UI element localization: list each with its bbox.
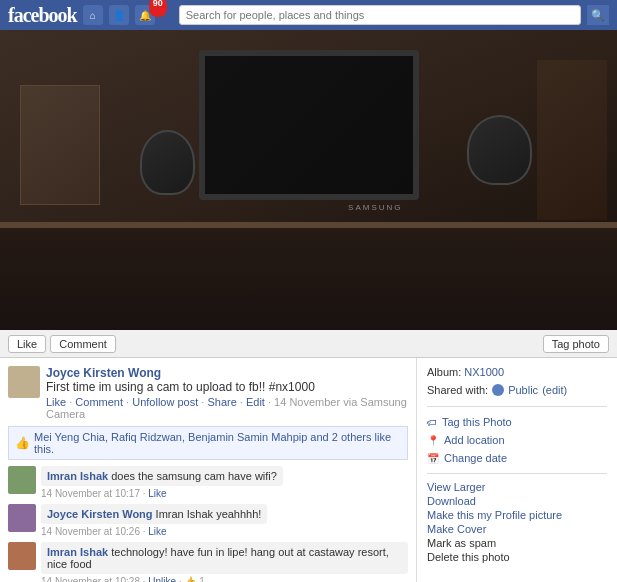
misc-left-items	[20, 85, 100, 205]
comment-avatar-2	[8, 504, 36, 532]
delete-photo-link[interactable]: Delete this photo	[427, 550, 607, 564]
notification-badge: 90	[149, 0, 167, 17]
comment-time-1: 14 November at 10:17	[41, 488, 140, 499]
shared-label: Shared with:	[427, 384, 488, 396]
likes-section: 👍 Mei Yeng Chia, Rafiq Ridzwan, Benjamin…	[8, 426, 408, 460]
tag-photo-link[interactable]: Tag this Photo	[442, 415, 512, 429]
calendar-icon: 📅	[427, 453, 439, 464]
post-author-info: Joyce Kirsten Wong First time im using a…	[46, 366, 408, 420]
comment-author-3[interactable]: Imran Ishak	[47, 546, 108, 558]
comment-like-2[interactable]: Like	[148, 526, 166, 537]
post-unfollow-link[interactable]: Unfollow post	[132, 396, 198, 408]
comment-body-3: Imran Ishak technology! have fun in lipe…	[41, 542, 408, 574]
speaker-right	[467, 115, 532, 185]
comment-meta-1: 14 November at 10:17 · Like	[41, 488, 283, 499]
comment-meta-3: 14 November at 10:28 · Unlike · 👍 1	[41, 576, 408, 582]
comment-avatar-3	[8, 542, 36, 570]
tag-icon: 🏷	[427, 417, 437, 428]
main-content: Joyce Kirsten Wong First time im using a…	[0, 358, 617, 582]
divider-2	[427, 473, 607, 474]
comment-content-1: Imran Ishak does the samsung cam have wi…	[41, 466, 283, 499]
tag-photo-action: 🏷 Tag this Photo	[427, 413, 607, 431]
comment-author-2[interactable]: Joyce Kirsten Wong	[47, 508, 153, 520]
shared-with: Shared with: Public (edit)	[427, 384, 607, 396]
comment-item-3: Imran Ishak technology! have fun in lipe…	[8, 542, 408, 582]
misc-right-items	[537, 60, 607, 220]
shelf-bottom	[0, 225, 617, 330]
album-label: Album:	[427, 366, 461, 378]
divider-1	[427, 406, 607, 407]
comments-list: Imran Ishak does the samsung cam have wi…	[8, 466, 408, 582]
album-info: Album: NX1000	[427, 366, 607, 378]
tv-brand: SAMSUNG	[348, 203, 402, 212]
comment-text-1: does the samsung cam have wifi?	[111, 470, 277, 482]
post-edit-link[interactable]: Edit	[246, 396, 265, 408]
comment-thumbs-count: 1	[199, 576, 205, 582]
post-like-link[interactable]: Like	[46, 396, 66, 408]
comment-meta-2: 14 November at 10:26 · Like	[41, 526, 267, 537]
comment-unlike-3[interactable]: Unlike	[148, 576, 176, 582]
download-link[interactable]: Download	[427, 494, 607, 508]
add-location-action: 📍 Add location	[427, 431, 607, 449]
right-panel: Album: NX1000 Shared with: Public (edit)…	[417, 358, 617, 582]
shared-public-link[interactable]: Public	[508, 384, 538, 396]
like-button[interactable]: Like	[8, 335, 46, 353]
add-location-link[interactable]: Add location	[444, 433, 505, 447]
comment-text-2: Imran Ishak yeahhhh!	[156, 508, 262, 520]
top-navigation: facebook ⌂ 👤 🔔 90 🔍	[0, 0, 617, 30]
search-button[interactable]: 🔍	[587, 5, 609, 25]
photo-container: SAMSUNG	[0, 30, 617, 330]
thumbs-up-icon: 👍	[15, 436, 30, 450]
comment-thumbs-icon: 👍	[184, 576, 196, 582]
globe-icon	[492, 384, 504, 396]
comment-content-2: Joyce Kirsten Wong Imran Ishak yeahhhh! …	[41, 504, 267, 537]
make-profile-link[interactable]: Make this my Profile picture	[427, 508, 607, 522]
tag-photo-button[interactable]: Tag photo	[543, 335, 609, 353]
post-share-link[interactable]: Share	[207, 396, 236, 408]
post-author-row: Joyce Kirsten Wong First time im using a…	[8, 366, 408, 420]
comment-author-1[interactable]: Imran Ishak	[47, 470, 108, 482]
photo-actions-bar: Like Comment Tag photo	[0, 330, 617, 358]
post-author-name[interactable]: Joyce Kirsten Wong	[46, 366, 408, 380]
comment-avatar-1	[8, 466, 36, 494]
post-meta: Like · Comment · Unfollow post · Share ·…	[46, 396, 408, 420]
speaker-left	[140, 130, 195, 195]
comment-button[interactable]: Comment	[50, 335, 116, 353]
tv-item: SAMSUNG	[199, 50, 419, 200]
comment-body-1: Imran Ishak does the samsung cam have wi…	[41, 466, 283, 486]
mark-spam-link[interactable]: Mark as spam	[427, 536, 607, 550]
comment-time-2: 14 November at 10:26	[41, 526, 140, 537]
shelf-top: SAMSUNG	[0, 30, 617, 225]
shelf-scene: SAMSUNG	[0, 30, 617, 330]
shared-edit-link[interactable]: (edit)	[542, 384, 567, 396]
search-input[interactable]	[179, 5, 581, 25]
change-date-link[interactable]: Change date	[444, 451, 507, 465]
left-panel: Joyce Kirsten Wong First time im using a…	[0, 358, 417, 582]
friends-icon[interactable]: 👤	[109, 5, 129, 25]
post-text: First time im using a cam to upload to f…	[46, 380, 408, 394]
location-icon: 📍	[427, 435, 439, 446]
tv-screen	[205, 56, 413, 194]
comment-item-2: Joyce Kirsten Wong Imran Ishak yeahhhh! …	[8, 504, 408, 537]
album-link[interactable]: NX1000	[464, 366, 504, 378]
comment-like-1[interactable]: Like	[148, 488, 166, 499]
comment-content-3: Imran Ishak technology! have fun in lipe…	[41, 542, 408, 582]
home-icon[interactable]: ⌂	[83, 5, 103, 25]
photo-background: SAMSUNG	[0, 30, 617, 330]
comment-time-3: 14 November at 10:28	[41, 576, 140, 582]
facebook-logo: facebook	[8, 4, 77, 27]
view-larger-link[interactable]: View Larger	[427, 480, 607, 494]
comment-body-2: Joyce Kirsten Wong Imran Ishak yeahhhh!	[41, 504, 267, 524]
post-author-avatar	[8, 366, 40, 398]
make-cover-link[interactable]: Make Cover	[427, 522, 607, 536]
change-date-action: 📅 Change date	[427, 449, 607, 467]
likes-text: Mei Yeng Chia, Rafiq Ridzwan, Benjamin S…	[34, 431, 401, 455]
post-comment-link[interactable]: Comment	[75, 396, 123, 408]
comment-item: Imran Ishak does the samsung cam have wi…	[8, 466, 408, 499]
